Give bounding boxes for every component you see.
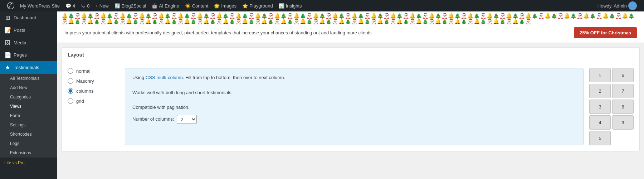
- site-name: My WordPress Site: [20, 3, 60, 9]
- layout-title: Layout: [62, 48, 639, 62]
- sidebar-item-lite-vs-pro[interactable]: Lite vs Pro: [0, 158, 57, 168]
- sidebar-item-extensions[interactable]: Extensions: [0, 148, 57, 158]
- wp-logo[interactable]: [4, 0, 17, 11]
- layout-option-grid[interactable]: grid: [68, 98, 118, 104]
- views-label: Views: [10, 104, 21, 109]
- radio-grid[interactable]: [68, 98, 73, 104]
- col-num-5[interactable]: 5: [589, 131, 611, 145]
- columns-select[interactable]: 1 2 3 4 5 6 7 8 9: [177, 115, 197, 124]
- css-multi-column-link[interactable]: CSS multi-column: [146, 75, 183, 80]
- comments-count: 4: [73, 3, 75, 9]
- adminmenu: ⊞ Dashboard 📝 Posts 🖼 Media 📄 Pages ★ Te…: [0, 11, 57, 179]
- label-masonry: Masonry: [76, 78, 94, 84]
- posts-label: Posts: [14, 28, 25, 33]
- categories-label: Categories: [10, 95, 31, 100]
- sidebar-item-form[interactable]: Form: [0, 111, 57, 120]
- insights-label: Insights: [286, 3, 302, 9]
- content-icon: ☀️: [185, 3, 191, 9]
- christmas-offer-button[interactable]: 25% OFF for Christmas: [574, 27, 637, 38]
- messages-link[interactable]: 🗨 0: [78, 0, 92, 11]
- col-num-9[interactable]: 9: [612, 115, 634, 130]
- col-num-3[interactable]: 3: [589, 100, 611, 114]
- layout-option-masonry[interactable]: Masonry: [68, 78, 118, 84]
- messages-count: 0: [87, 3, 89, 9]
- radio-masonry[interactable]: [68, 78, 73, 84]
- content-link[interactable]: ☀️ Content: [182, 0, 211, 11]
- column-numbers-grid: 1 6 2 7 3 8 4 9 5: [589, 68, 634, 145]
- images-label: Images: [221, 3, 236, 9]
- lite-vs-pro-label: Lite vs Pro: [4, 160, 25, 165]
- desc-line3: Compatible with pagination.: [132, 104, 576, 111]
- playground-label: Playground: [249, 3, 273, 9]
- shortcodes-label: Shortcodes: [10, 132, 32, 137]
- layout-option-normal[interactable]: normal: [68, 68, 118, 74]
- sidebar-item-posts[interactable]: 📝 Posts: [0, 24, 57, 37]
- dashboard-icon: ⊞: [4, 14, 11, 21]
- howdy-text: Howdy, Admin: [597, 3, 627, 9]
- content-label: Content: [192, 3, 209, 9]
- bells-row: 🔔🎄🎅🔔🎄🎅🔔🎄🎅🔔🎄🎅🔔🎄🎅🔔🎄🎅🔔🎄🎅🔔🎄🎅🔔🎄🎅🔔🎄🎅🔔🎄🎅🔔🎄🎅🔔🎄🎅🔔…: [62, 13, 640, 24]
- sidebar-item-all-testimonials[interactable]: All Testimonials: [0, 74, 57, 83]
- sidebar-item-views[interactable]: Views: [0, 102, 57, 111]
- banner-description: Impress your potential clients with prof…: [64, 30, 567, 35]
- site-name-link[interactable]: My WordPress Site: [17, 0, 63, 11]
- images-icon: 🌟: [214, 3, 220, 9]
- ai-engine-label: AI Engine: [159, 3, 179, 9]
- comment-icon: 💬: [65, 3, 71, 9]
- logs-label: Logs: [10, 141, 19, 146]
- columns-label: Number of columns:: [132, 116, 174, 123]
- testimonials-submenu: All Testimonials Add New Categories View…: [0, 74, 57, 158]
- label-columns: columns: [76, 88, 93, 94]
- layout-options: normal Masonry columns grid: [68, 68, 125, 145]
- sidebar-item-testimonials[interactable]: ★ Testimonials: [0, 61, 57, 74]
- media-icon: 🖼: [4, 39, 11, 46]
- layout-body: normal Masonry columns grid: [62, 62, 639, 151]
- blog2social-link[interactable]: 🔄 Blog2Social: [112, 0, 149, 11]
- blog2social-icon: 🔄: [114, 3, 120, 9]
- settings-label: Settings: [10, 122, 25, 127]
- avatar: [628, 1, 637, 10]
- col-num-7[interactable]: 7: [612, 84, 634, 98]
- pages-icon: 📄: [4, 52, 11, 58]
- radio-columns[interactable]: [68, 88, 73, 94]
- col-num-8[interactable]: 8: [612, 100, 634, 114]
- ai-engine-link[interactable]: 🤖 AI Engine: [149, 0, 182, 11]
- testimonials-label: Testimonials: [14, 65, 39, 70]
- sidebar-item-categories[interactable]: Categories: [0, 92, 57, 102]
- radio-normal[interactable]: [68, 68, 73, 74]
- new-content-button[interactable]: + New: [92, 0, 111, 11]
- sidebar-item-shortcodes[interactable]: Shortcodes: [0, 130, 57, 139]
- howdy-link[interactable]: Howdy, Admin: [595, 0, 640, 11]
- col-num-2[interactable]: 2: [589, 84, 611, 98]
- sidebar-item-logs[interactable]: Logs: [0, 139, 57, 148]
- col-num-4[interactable]: 4: [589, 115, 611, 130]
- posts-icon: 📝: [4, 27, 11, 34]
- sidebar-item-pages[interactable]: 📄 Pages: [0, 49, 57, 61]
- christmas-banner: 🔔🎄🎅🔔🎄🎅🔔🎄🎅🔔🎄🎅🔔🎄🎅🔔🎄🎅🔔🎄🎅🔔🎄🎅🔔🎄🎅🔔🎄🎅🔔🎄🎅🔔🎄🎅🔔🎄🎅🔔…: [57, 11, 644, 43]
- insights-icon: 📊: [279, 3, 284, 9]
- playground-link[interactable]: ⭐ Playground: [239, 0, 276, 11]
- pages-label: Pages: [14, 52, 27, 58]
- columns-select-row: Number of columns: 1 2 3 4 5 6 7 8 9: [132, 115, 576, 124]
- ai-engine-icon: 🤖: [152, 3, 157, 9]
- form-label: Form: [10, 113, 20, 118]
- col-num-6[interactable]: 6: [612, 68, 634, 82]
- images-link[interactable]: 🌟 Images: [211, 0, 239, 11]
- extensions-label: Extensions: [10, 150, 31, 155]
- sidebar-item-settings[interactable]: Settings: [0, 120, 57, 130]
- sidebar-item-media[interactable]: 🖼 Media: [0, 37, 57, 49]
- layout-section: Layout normal Masonry columns: [62, 47, 640, 151]
- blog2social-label: Blog2Social: [122, 3, 146, 9]
- insights-link[interactable]: 📊 Insights: [276, 0, 305, 11]
- layout-option-columns[interactable]: columns: [68, 88, 118, 94]
- testimonials-icon: ★: [4, 64, 11, 71]
- label-grid: grid: [76, 98, 84, 104]
- new-label: + New: [95, 3, 108, 9]
- sidebar-item-dashboard[interactable]: ⊞ Dashboard: [0, 11, 57, 24]
- desc-line1: Using CSS multi-column. Fill from top to…: [132, 74, 576, 82]
- comments-link[interactable]: 💬 4: [63, 0, 78, 11]
- col-num-1[interactable]: 1: [589, 68, 611, 82]
- layout-description-panel: Using CSS multi-column. Fill from top to…: [125, 68, 584, 145]
- sidebar-item-add-new[interactable]: Add New: [0, 83, 57, 92]
- banner-text-area: Impress your potential clients with prof…: [57, 24, 644, 43]
